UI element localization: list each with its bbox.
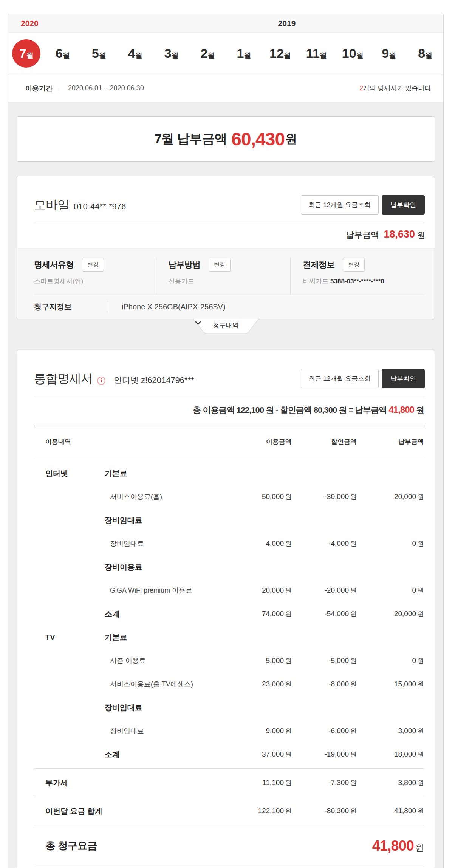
row-group-label: 인터넷 — [45, 468, 105, 479]
month-tab-6[interactable]: 6월 — [45, 46, 81, 61]
month-suffix: 월 — [208, 51, 215, 60]
row-item-label: 서비스이용료(홈,TV에센스) — [105, 680, 228, 689]
amount-unit: 원 — [285, 808, 292, 815]
amount-number: -30,000 — [325, 493, 349, 500]
amount-number: 122,100 — [258, 807, 284, 815]
month-tab-12[interactable]: 12월 — [262, 46, 298, 61]
month-tab-4[interactable]: 4월 — [117, 46, 153, 61]
month-suffix: 월 — [389, 51, 396, 60]
month-suffix: 월 — [244, 51, 251, 60]
amount-unit: 원 — [350, 657, 357, 664]
chevron-down-icon — [195, 321, 201, 325]
row-item-label: 장비임대료 — [105, 726, 228, 735]
row-item-label: 장비임대료 — [105, 539, 228, 548]
amount-number: 20,000 — [262, 586, 284, 594]
month-tab-10[interactable]: 10월 — [334, 46, 371, 61]
amount-unit: 원 — [285, 587, 292, 594]
row-sub-label: 장비이용료 — [105, 562, 228, 572]
info-value-part: 스마트명세서(앱) — [34, 278, 83, 285]
usage-period-bar: 이용기간 2020.06.01 ~ 2020.06.30 2개의 명세서가 있습… — [8, 74, 444, 102]
amount-unit: 원 — [350, 751, 357, 758]
month-tab-8[interactable]: 8월 — [407, 46, 443, 61]
table-row: TV기본료 — [45, 626, 424, 649]
statement-count-suffix: 개의 명세서가 있습니다. — [363, 85, 433, 92]
amount-number: 4,000 — [266, 539, 284, 547]
table-row: 장비임대료9,000원-6,000원3,000원 — [45, 719, 424, 743]
change-button[interactable]: 변경 — [343, 258, 365, 272]
month-number: 10 — [342, 46, 356, 61]
info-col-1: 명세서유형변경스마트명세서(앱) — [34, 258, 156, 295]
info-col-3: 결제정보변경비씨카드 5388-03**-****-***0 — [290, 258, 425, 295]
change-button[interactable]: 변경 — [82, 258, 104, 272]
discount-amount: -30,000원 — [292, 493, 357, 501]
table-row: 소계37,000원-19,000원18,000원 — [45, 743, 424, 766]
summary-text: 원 — [414, 405, 424, 416]
vertical-divider — [108, 301, 108, 313]
amount-number: 50,000 — [262, 493, 284, 500]
payment-confirm-button[interactable]: 납부확인 — [382, 195, 425, 215]
statement-card-header: 통합명세서 i 인터넷 z!62014796*** 최근 12개월 요금조회 납… — [17, 350, 435, 388]
year-row: 2020 2019 — [8, 14, 443, 33]
mobile-payment-row: 납부금액 18,630 원 — [17, 222, 435, 248]
payment-amount-label: 납부금액 — [346, 229, 379, 241]
amount-number: 74,000 — [262, 610, 284, 618]
table-row: 장비임대료 — [45, 508, 424, 532]
month-number: 9 — [382, 46, 389, 61]
payment-amount: 18,000원 — [357, 750, 424, 759]
month-tab-1[interactable]: 1월 — [226, 46, 262, 61]
month-suffix: 월 — [99, 51, 106, 60]
amount-unit: 원 — [418, 540, 424, 547]
discount-amount: -7,300원 — [292, 778, 357, 787]
discount-amount: -19,000원 — [292, 750, 357, 759]
table-row: 장비임대료4,000원-4,000원0원 — [45, 532, 424, 555]
amount-unit: 원 — [285, 681, 292, 688]
amount-number: 37,000 — [262, 750, 284, 758]
table-row: 소계74,000원-54,000원20,000원 — [45, 602, 424, 626]
amount-unit: 원 — [350, 681, 357, 688]
month-tab-2[interactable]: 2월 — [190, 46, 226, 61]
month-number: 4 — [128, 46, 135, 61]
payment-confirm-button[interactable]: 납부확인 — [382, 369, 425, 388]
grand-total-label: 총 청구요금 — [45, 839, 228, 853]
billing-detail-tab[interactable]: 청구내역 — [193, 319, 259, 334]
table-row: GiGA WiFi premium 이용료20,000원-20,000원0원 — [45, 579, 424, 602]
summary-text: 총 이용금액 122,100 원 - 할인금액 80,300 원 = 납부금액 — [193, 405, 388, 416]
recent-12month-charges-button[interactable]: 최근 12개월 요금조회 — [301, 369, 379, 388]
amount-number: -54,000 — [325, 610, 349, 618]
month-tab-9[interactable]: 9월 — [371, 46, 407, 61]
table-row: 장비이용료 — [45, 555, 424, 579]
usage-amount: 9,000원 — [228, 727, 292, 735]
info-icon[interactable]: i — [97, 377, 105, 385]
info-title-row: 명세서유형변경 — [34, 258, 149, 272]
month-number: 12 — [269, 46, 284, 61]
month-tab-7[interactable]: 7월 — [8, 39, 45, 68]
mobile-card-header: 모바일 010-44**-*976 최근 12개월 요금조회 납부확인 — [17, 176, 435, 215]
month-number: 1 — [237, 46, 244, 61]
amount-unit: 원 — [418, 751, 424, 758]
recent-12month-charges-button[interactable]: 최근 12개월 요금조회 — [301, 195, 379, 215]
month-suffix: 월 — [26, 51, 34, 60]
amount-number: 20,000 — [394, 610, 416, 618]
usage-amount: 5,000원 — [228, 656, 292, 665]
month-tab-11[interactable]: 11월 — [298, 46, 334, 61]
month-tab-3[interactable]: 3월 — [153, 46, 190, 61]
amount-number: 20,000 — [394, 493, 416, 500]
usage-amount: 37,000원 — [228, 750, 292, 759]
month-tab-5[interactable]: 5월 — [81, 46, 117, 61]
amount-number: 9,000 — [266, 727, 284, 735]
statement-title: 통합명세서 — [34, 371, 93, 387]
column-header: 이용내역 — [45, 437, 105, 446]
amount-number: -6,000 — [328, 727, 349, 735]
month-number: 7 — [19, 46, 26, 61]
row-subtotal-label: 소계 — [105, 609, 228, 619]
change-button[interactable]: 변경 — [209, 258, 231, 272]
amount-number: -4,000 — [328, 539, 349, 547]
info-col-title: 결제정보 — [303, 259, 334, 270]
banner-amount: 60,430 — [231, 129, 285, 150]
table-row: 부가세11,100원-7,300원3,800원 — [45, 771, 424, 794]
row-sub-label: 장비임대료 — [105, 515, 228, 525]
amount-number: -5,000 — [328, 656, 349, 664]
amount-unit: 원 — [350, 540, 357, 547]
billing-info-value: iPhone X 256GB(AIPX-256SV) — [122, 303, 226, 311]
summary-payment-amount: 41,800 — [388, 405, 414, 415]
